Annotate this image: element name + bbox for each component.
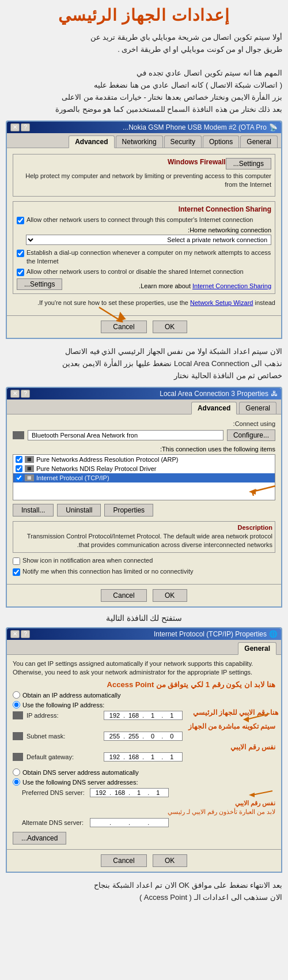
dns2-seg2[interactable] xyxy=(112,819,128,826)
ics-checkbox2-label: Establish a dial-up connection whenever … xyxy=(26,248,271,265)
alternate-dns-input[interactable]: . . . xyxy=(90,818,169,827)
manual-dns-radio[interactable] xyxy=(13,778,20,786)
dialog2-content: Connect using: Bluetooth Personal Area N… xyxy=(7,414,281,584)
dialog2-close-btn[interactable]: ✕ xyxy=(10,390,20,398)
network-wizard-link[interactable]: Network Setup Wizard xyxy=(190,299,253,306)
notify-label: Show icon in notification area when conn… xyxy=(22,556,153,564)
connect-box: Bluetooth Personal Area Network fron Con… xyxy=(13,429,275,441)
auto-dns-radio[interactable] xyxy=(13,768,20,776)
ndis-checkbox[interactable] xyxy=(16,465,22,472)
manual-ip-label: Use the following IP address: xyxy=(22,702,104,708)
description-section: Description Transmission Control Protoco… xyxy=(13,521,275,553)
protocol-listbox[interactable]: ▦ Pure Networks Address Resolution Proto… xyxy=(13,454,275,500)
ip-info-text: You can get IP settings assigned automat… xyxy=(13,659,275,677)
tab-advanced[interactable]: Advanced xyxy=(69,135,114,148)
advanced-btn-row: Advanced... xyxy=(13,832,275,845)
page-title: إعدادات الجهاز الرئيسي xyxy=(9,6,279,25)
mid-instruction: الان سيتم اعداد الشبكة اولا من نفس الجها… xyxy=(0,341,288,384)
uninstall-btn[interactable]: Uninstall xyxy=(57,504,101,517)
gw-seg2[interactable] xyxy=(126,753,142,760)
ip-seg4[interactable] xyxy=(164,712,180,719)
tab-networking[interactable]: Networking xyxy=(116,135,163,148)
dialog3-cancel-btn[interactable]: Cancel xyxy=(101,854,146,867)
dialog3-ok-btn[interactable]: OK xyxy=(153,854,187,867)
ics-section: Internet Connection Sharing Allow other … xyxy=(13,201,275,294)
advanced-btn[interactable]: Advanced... xyxy=(13,832,66,845)
preferred-dns-input[interactable]: . . . xyxy=(90,788,169,797)
tab3-general[interactable]: General xyxy=(238,642,276,655)
gw-seg1[interactable] xyxy=(107,753,123,760)
manual-ip-radio[interactable] xyxy=(13,701,20,708)
properties-btn[interactable]: Properties xyxy=(104,504,153,517)
close-btn[interactable]: ✕ xyxy=(10,123,20,131)
dialog2-ok-btn[interactable]: OK xyxy=(153,589,187,602)
titlebar-left: 📡 Nokia GSM Phone USB Modem #2 (OTA Pro.… xyxy=(123,123,278,131)
gateway-input[interactable]: . . . xyxy=(104,752,183,762)
tcpip-dialog-icon: 🌐 xyxy=(269,630,278,638)
modem-icon: 📡 xyxy=(269,123,278,131)
tcpip-checkbox[interactable] xyxy=(16,474,22,481)
ip-address-input[interactable]: . . . xyxy=(104,711,183,720)
dns1-seg2[interactable] xyxy=(112,789,128,796)
subnet-seg4[interactable] xyxy=(164,733,180,740)
tab2-general[interactable]: General xyxy=(239,402,276,414)
auto-ip-radio[interactable] xyxy=(13,691,20,699)
ip-seg2[interactable] xyxy=(126,712,142,719)
same-ip-annotation: نفس رقم الايبي xyxy=(13,743,275,751)
ics-link[interactable]: Internet Connection Sharing xyxy=(192,282,271,289)
dns2-seg3[interactable] xyxy=(131,819,147,826)
dialog3-question-btn[interactable]: ? xyxy=(21,630,30,638)
dns2-seg4[interactable] xyxy=(150,819,166,826)
arp-checkbox[interactable] xyxy=(16,456,22,463)
ics-settings-btn[interactable]: Settings... xyxy=(17,278,62,290)
gw-seg4[interactable] xyxy=(164,753,180,760)
dialog1-ok-btn[interactable]: OK xyxy=(153,321,187,333)
install-btn[interactable]: Install... xyxy=(13,504,54,517)
subnet-row: Subnet mask: . . . xyxy=(13,732,275,741)
ics-footer-row: Learn more about Internet Connection Sha… xyxy=(17,278,271,290)
dialog3-close-btn[interactable]: ✕ xyxy=(10,630,20,638)
ip-seg3[interactable] xyxy=(145,712,161,719)
network-dropdown[interactable]: Select a private network connection xyxy=(26,235,271,245)
dns1-seg3[interactable] xyxy=(131,789,147,796)
ics-checkbox2[interactable] xyxy=(17,250,24,257)
dns1-seg4[interactable] xyxy=(150,789,166,796)
configure-btn[interactable]: Configure... xyxy=(227,429,275,441)
subnet-seg2[interactable] xyxy=(126,733,142,740)
tab-general[interactable]: General xyxy=(240,135,278,148)
gw-seg3[interactable] xyxy=(145,753,161,760)
question-btn[interactable]: ? xyxy=(21,123,30,131)
tab2-advanced[interactable]: Advanced xyxy=(191,402,237,414)
alternate-dns-row: Alternate DNS server: . . . xyxy=(13,818,275,827)
subnet-input[interactable]: . . . xyxy=(104,732,183,741)
svg-marker-2 xyxy=(249,793,255,797)
ics-dropdown-row: Home networking connection: Select a pri… xyxy=(26,227,271,245)
firewall-settings-btn[interactable]: Settings... xyxy=(226,158,271,169)
ics-checkbox3[interactable] xyxy=(17,269,24,276)
ics-checkbox1[interactable] xyxy=(17,217,24,224)
list-item-tcpip[interactable]: ▦ Internet Protocol (TCP/IP) xyxy=(13,473,275,483)
desc-body: Transmission Control Protocol/Internet P… xyxy=(16,532,272,550)
dialog2-cancel-btn[interactable]: Cancel xyxy=(101,589,146,602)
ndis-label: Pure Networks NDIS Relay Protocol Driver xyxy=(36,465,156,472)
dialog1-cancel-btn[interactable]: Cancel xyxy=(101,321,146,333)
ip-seg1[interactable] xyxy=(107,712,123,719)
dns2-seg1[interactable] xyxy=(93,819,109,826)
dialog-lac: 🖧 Local Area Connection 3 Properties ? ✕… xyxy=(6,387,282,608)
dialog2-tabs: General Advanced xyxy=(7,399,281,414)
install-row: Install... Uninstall Properties xyxy=(13,504,275,517)
limited-checkbox[interactable] xyxy=(13,568,20,576)
dns1-seg1[interactable] xyxy=(93,789,109,796)
manual-dns-row: Use the following DNS server addresses: xyxy=(13,778,275,786)
subnet-seg1[interactable] xyxy=(107,733,123,740)
dialog2-question-btn[interactable]: ? xyxy=(21,390,30,398)
notify-checkbox[interactable] xyxy=(13,557,20,565)
subnet-seg3[interactable] xyxy=(145,733,161,740)
tab-security[interactable]: Security xyxy=(164,135,202,148)
dialog-nokia: 📡 Nokia GSM Phone USB Modem #2 (OTA Pro.… xyxy=(6,120,282,340)
tab-options[interactable]: Options xyxy=(203,135,239,148)
tcpip-icon: ▦ xyxy=(25,474,34,481)
list-item-ndis[interactable]: ▦ Pure Networks NDIS Relay Protocol Driv… xyxy=(13,464,275,473)
list-item-arp[interactable]: ▦ Pure Networks Address Resolution Proto… xyxy=(13,455,275,464)
ics-learn-more: Learn more about Internet Connection Sha… xyxy=(139,281,271,290)
